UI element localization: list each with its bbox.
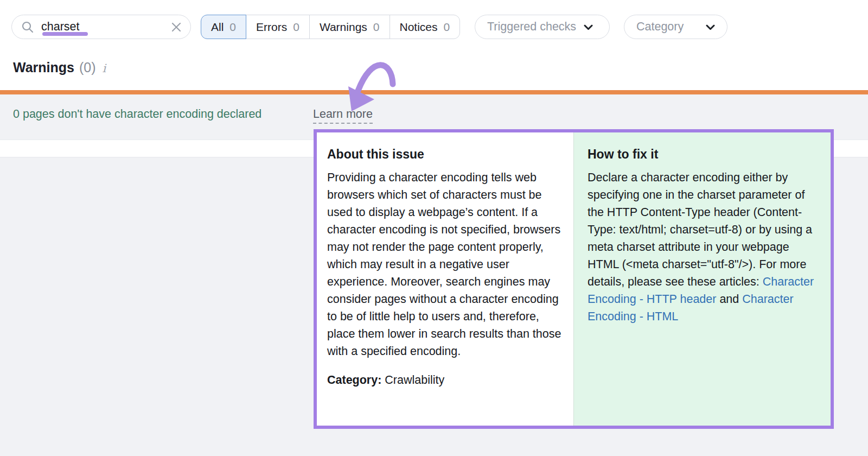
fix-body-text: Declare a character encoding either by s… bbox=[588, 169, 818, 325]
about-heading: About this issue bbox=[327, 147, 561, 162]
issue-status-message: 0 pages don't have character encoding de… bbox=[13, 107, 261, 121]
tab-warnings[interactable]: Warnings 0 bbox=[309, 15, 390, 39]
tab-all[interactable]: All 0 bbox=[201, 15, 246, 39]
tab-all-count: 0 bbox=[229, 21, 236, 34]
tab-warnings-label: Warnings bbox=[320, 21, 367, 34]
tab-notices-label: Notices bbox=[400, 21, 438, 34]
issue-details-popup: About this issue Providing a character e… bbox=[314, 129, 834, 429]
site-audit-issues-page: All 0 Errors 0 Warnings 0 Notices 0 Trig… bbox=[0, 0, 868, 456]
tab-warnings-count: 0 bbox=[373, 21, 380, 34]
chevron-down-icon bbox=[584, 20, 593, 34]
clear-search-icon[interactable] bbox=[171, 22, 182, 33]
tab-errors-label: Errors bbox=[256, 21, 287, 34]
category-label: Category bbox=[636, 20, 684, 34]
triggered-checks-dropdown[interactable]: Triggered checks bbox=[475, 15, 610, 39]
how-to-fix-panel: How to fix it Declare a character encodi… bbox=[574, 132, 831, 426]
fix-body-and: and bbox=[716, 293, 742, 306]
about-this-issue-panel: About this issue Providing a character e… bbox=[317, 132, 574, 426]
category-value: Crawlability bbox=[385, 373, 444, 387]
fix-heading: How to fix it bbox=[588, 147, 818, 162]
search-highlight-underline bbox=[42, 32, 88, 36]
triggered-checks-label: Triggered checks bbox=[487, 20, 576, 34]
chevron-down-icon bbox=[706, 20, 715, 34]
section-count: (0) bbox=[79, 60, 96, 75]
tab-errors-count: 0 bbox=[293, 21, 299, 34]
warnings-orange-divider bbox=[0, 90, 868, 94]
category-dropdown[interactable]: Category bbox=[624, 15, 727, 39]
annotation-arrow bbox=[330, 50, 403, 118]
issue-search-box[interactable] bbox=[11, 15, 191, 39]
tab-notices[interactable]: Notices 0 bbox=[390, 15, 461, 39]
section-title: Warnings bbox=[13, 60, 74, 75]
warnings-section-header: Warnings (0) i bbox=[13, 60, 106, 75]
fix-body-pre: Declare a character encoding either by s… bbox=[588, 171, 812, 288]
about-body-text: Providing a character encoding tells web… bbox=[327, 169, 561, 360]
issue-category-line: Category: Crawlability bbox=[327, 373, 561, 387]
severity-filter-tabs: All 0 Errors 0 Warnings 0 Notices 0 bbox=[201, 15, 460, 39]
category-key: Category: bbox=[327, 373, 381, 387]
tab-all-label: All bbox=[211, 21, 224, 34]
tab-notices-count: 0 bbox=[444, 21, 450, 34]
info-icon[interactable]: i bbox=[101, 62, 106, 75]
tab-errors[interactable]: Errors 0 bbox=[246, 15, 310, 39]
search-icon bbox=[21, 21, 34, 34]
